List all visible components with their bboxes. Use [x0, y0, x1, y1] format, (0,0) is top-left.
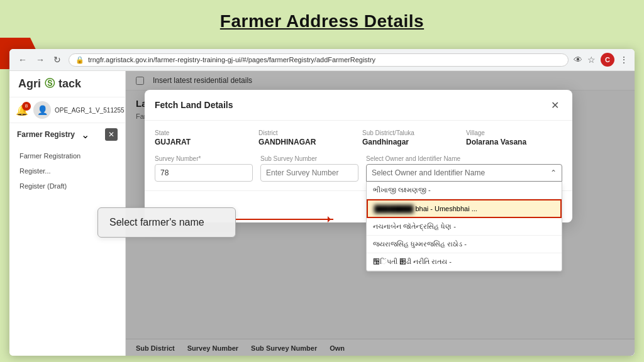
- dropdown-item-3[interactable]: જયરાજસિંહ ધુમ્મરજસિંહ રાઠોડ -: [367, 236, 562, 253]
- annotation-box: Select farmer's name: [97, 207, 236, 238]
- survey-number-label: Survey Number*: [155, 155, 253, 162]
- sub-district-value: Gandhinagar: [362, 138, 458, 146]
- owner-dropdown-menu[interactable]: ભીખાજી લક્ષ્મણજી - ████████ bhai - Umesh…: [366, 182, 562, 272]
- survey-number-group: Survey Number*: [155, 155, 253, 182]
- reload-icon[interactable]: ↻: [51, 53, 64, 66]
- state-col: State GUJARAT: [155, 129, 251, 146]
- user-info[interactable]: 👤 OPE_AGR_1_V_511255 ⌄: [33, 101, 126, 119]
- owner-select-box[interactable]: Select Owner and Identifier Name ⌃: [366, 164, 562, 182]
- eye-icon[interactable]: 👁: [574, 55, 582, 65]
- modal-title: Fetch Land Details: [155, 100, 233, 110]
- browser-actions: 👁 ☆ C ⋮: [574, 53, 628, 67]
- sidebar-collapse-btn[interactable]: ✕: [105, 128, 118, 141]
- sidebar-item-register-draft[interactable]: Register (Draft): [9, 178, 125, 194]
- sub-district-label: Sub District/Taluka: [362, 129, 458, 136]
- owner-select-label: Select Owner and Identifier Name: [366, 155, 562, 162]
- logo-leaf-icon: Ⓢ: [45, 77, 55, 90]
- blurred-name: ████████: [374, 205, 413, 212]
- sub-district-col: Sub District/Taluka Gandhinagar: [362, 129, 458, 146]
- slide-background: Farmer Address Details ← → ↻ 🔒 trngfr.ag…: [0, 0, 644, 362]
- dropdown-item-4[interactable]: ઩િંપતી ઒ઢી નરીતિ રાતય -: [367, 253, 562, 271]
- chevron-icon: ⌄: [81, 129, 89, 141]
- sub-survey-group: Sub Survey Number: [260, 155, 358, 182]
- browser-chrome: ← → ↻ 🔒 trngfr.agristack.gov.in/farmer-r…: [9, 49, 635, 71]
- district-col: District GANDHINAGAR: [258, 129, 355, 146]
- sidebar-section-label: Farmer Registry: [17, 130, 75, 139]
- owner-select-group: Select Owner and Identifier Name Select …: [366, 155, 562, 182]
- state-value: GUJARAT: [155, 138, 251, 146]
- location-info-row: State GUJARAT District GANDHINAGAR Sub D…: [155, 129, 562, 146]
- owner-name-partial: bhai - Umeshbhai ...: [415, 205, 477, 212]
- survey-number-input[interactable]: [155, 164, 253, 182]
- owner-select-container: Select Owner and Identifier Name ⌃ ભીખાજ…: [366, 164, 562, 182]
- avatar: 👤: [33, 101, 51, 119]
- sub-survey-input[interactable]: [260, 164, 358, 182]
- modal-header: Fetch Land Details ✕: [145, 90, 572, 121]
- village-value: Dolarana Vasana: [466, 138, 562, 146]
- page-title: Farmer Address Details: [0, 0, 644, 38]
- menu-icon[interactable]: ⋮: [619, 55, 628, 65]
- sidebar-item-farmer-registration[interactable]: Farmer Registration: [9, 148, 125, 163]
- sidebar-items: Farmer Registration Register... Register…: [9, 146, 125, 196]
- village-col: Village Dolarana Vasana: [466, 129, 562, 146]
- state-label: State: [155, 129, 251, 136]
- notification-count: 8: [22, 102, 31, 111]
- address-bar[interactable]: 🔒 trngfr.agristack.gov.in/farmer-registr…: [69, 53, 569, 67]
- sidebar-item-label: Register...: [19, 167, 51, 175]
- forward-arrow-icon[interactable]: →: [33, 53, 47, 66]
- app-logo-area: Agri Ⓢ tack: [9, 71, 125, 97]
- star-icon[interactable]: ☆: [587, 55, 596, 65]
- user-label: OPE_AGR_1_V_511255: [55, 107, 125, 114]
- sidebar-item-register[interactable]: Register...: [9, 163, 125, 178]
- owner-select-placeholder: Select Owner and Identifier Name: [372, 168, 485, 177]
- logo-stack-text: tack: [58, 77, 81, 90]
- lock-icon: 🔒: [75, 56, 84, 64]
- url-text: trngfr.agristack.gov.in/farmer-registry-…: [88, 56, 375, 63]
- form-row: Survey Number* Sub Survey Number: [155, 155, 562, 182]
- browser-nav: ← → ↻: [16, 53, 64, 66]
- back-arrow-icon[interactable]: ←: [16, 53, 30, 66]
- annotation-arrow-line: [236, 219, 333, 220]
- logo-agri-text: Agri: [18, 77, 41, 90]
- district-value: GANDHINAGAR: [258, 138, 355, 146]
- user-circle[interactable]: C: [601, 53, 614, 67]
- dropdown-item-0[interactable]: ભીખાજી લક્ષ્મણજી -: [367, 182, 562, 199]
- village-label: Village: [466, 129, 562, 136]
- modal-body: State GUJARAT District GANDHINAGAR Sub D…: [145, 121, 572, 190]
- notification-bell[interactable]: 🔔 8: [16, 104, 28, 116]
- sidebar-item-label: Farmer Registration: [19, 152, 80, 160]
- modal-close-button[interactable]: ✕: [547, 97, 562, 112]
- browser-window: ← → ↻ 🔒 trngfr.agristack.gov.in/farmer-r…: [9, 49, 635, 356]
- chevron-up-icon: ⌃: [550, 168, 557, 177]
- fetch-land-details-modal: Fetch Land Details ✕ State GUJARAT: [145, 90, 572, 222]
- annotation-text: Select farmer's name: [109, 217, 204, 228]
- sub-survey-label: Sub Survey Number: [260, 155, 358, 162]
- dropdown-item-1[interactable]: ████████ bhai - Umeshbhai ...: [367, 199, 562, 218]
- dropdown-item-2[interactable]: નચનાબેન જૉતેન્દ્રસિંહ ધેણ -: [367, 218, 562, 236]
- farmer-registry-section[interactable]: Farmer Registry ⌄ ✕: [9, 123, 125, 146]
- district-label: District: [258, 129, 355, 136]
- sidebar-item-label: Register (Draft): [19, 182, 67, 190]
